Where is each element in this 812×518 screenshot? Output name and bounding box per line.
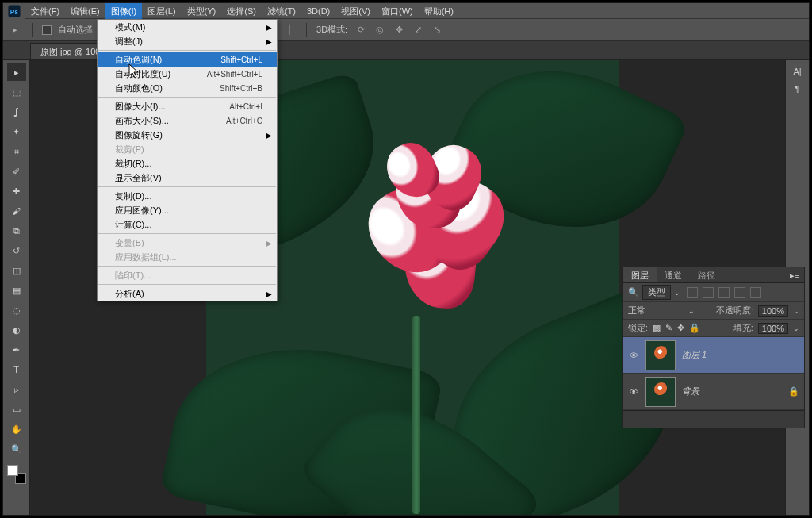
layer-thumb <box>645 340 676 370</box>
tool-move[interactable]: ▸ <box>7 63 26 81</box>
tool-path[interactable]: ▹ <box>7 381 26 398</box>
submenu-arrow-icon: ▶ <box>266 131 272 140</box>
autoselect-label: 自动选择: <box>58 24 95 36</box>
filter-pixel-icon[interactable] <box>687 287 698 298</box>
menu-item[interactable]: 计算(C)... <box>98 217 277 232</box>
tool-history[interactable]: ↺ <box>7 242 26 259</box>
lock-paint-icon[interactable]: ✎ <box>665 323 672 333</box>
separator <box>32 23 33 37</box>
submenu-arrow-icon: ▶ <box>266 37 272 46</box>
submenu-arrow-icon: ▶ <box>266 23 272 32</box>
menu-type[interactable]: 类型(Y) <box>182 3 222 19</box>
layer-name[interactable]: 背景 <box>682 386 782 397</box>
layer-name[interactable]: 图层 1 <box>682 349 782 361</box>
lock-label: 锁定: <box>628 322 648 334</box>
panel-tab-layers[interactable]: 图层 <box>623 267 657 282</box>
mode3d-icon[interactable]: ⤡ <box>430 23 444 37</box>
menu-item[interactable]: 自动对比度(U)Alt+Shift+Ctrl+L <box>98 67 277 81</box>
menu-item[interactable]: 显示全部(V) <box>98 171 277 185</box>
lock-trans-icon[interactable]: ▩ <box>653 323 661 333</box>
menu-item: 裁剪(P) <box>98 142 277 156</box>
visibility-eye-icon[interactable]: 👁 <box>628 351 639 360</box>
menu-item[interactable]: 调整(J)▶ <box>98 34 277 48</box>
lock-move-icon[interactable]: ✥ <box>677 323 684 333</box>
mode3d-icon[interactable]: ◎ <box>373 23 387 37</box>
filter-type-icon[interactable] <box>718 287 730 298</box>
panel-tab-paths[interactable]: 路径 <box>690 267 723 282</box>
panel-menu-icon[interactable]: ▸≡ <box>785 267 804 282</box>
tool-eyedrop[interactable]: ✐ <box>7 163 26 180</box>
tool-shape[interactable]: ▭ <box>7 401 26 418</box>
menu-3d[interactable]: 3D(D) <box>301 3 335 19</box>
autoselect-checkbox[interactable] <box>42 25 52 35</box>
submenu-arrow-icon: ▶ <box>266 239 272 247</box>
opacity-value[interactable]: 100% <box>758 305 788 317</box>
menu-item[interactable]: 应用图像(Y)... <box>98 203 277 217</box>
menu-item[interactable]: 图像旋转(G)▶ <box>98 128 277 142</box>
layer-thumb <box>645 377 676 407</box>
tool-hand[interactable]: ✋ <box>7 420 26 438</box>
filter-adjust-icon[interactable] <box>703 287 714 298</box>
menubar: Ps 文件(F) 编辑(E) 图像(I) 图层(L) 类型(Y) 选择(S) 滤… <box>3 3 809 19</box>
paragraph-panel-icon[interactable]: ¶ <box>795 84 800 94</box>
separator <box>306 23 307 37</box>
move-tool-icon: ▸ <box>8 23 22 37</box>
panel-tab-channels[interactable]: 通道 <box>657 267 690 282</box>
menu-item[interactable]: 自动色调(N)Shift+Ctrl+L <box>98 52 277 67</box>
tool-lasso[interactable]: ʆ <box>7 103 26 121</box>
tool-crop[interactable]: ⌗ <box>7 143 26 160</box>
menu-item[interactable]: 模式(M)▶ <box>98 20 277 34</box>
menu-image[interactable]: 图像(I) <box>105 3 142 19</box>
mode3d-icon[interactable]: ⤢ <box>411 23 425 37</box>
tool-pen[interactable]: ✒ <box>7 341 26 359</box>
mode3d-icon[interactable]: ⟳ <box>354 23 368 37</box>
menu-item[interactable]: 裁切(R)... <box>98 156 277 171</box>
menu-filter[interactable]: 滤镜(T) <box>262 3 301 19</box>
tool-wand[interactable]: ✦ <box>7 123 26 140</box>
color-swatch[interactable] <box>7 465 26 484</box>
menu-item[interactable]: 自动颜色(O)Shift+Ctrl+B <box>98 81 277 95</box>
menu-item[interactable]: 复制(D)... <box>98 189 277 203</box>
fill-value[interactable]: 100% <box>758 323 788 334</box>
menu-edit[interactable]: 编辑(E) <box>65 3 105 19</box>
tool-heal[interactable]: ✚ <box>7 182 26 200</box>
filter-shape-icon[interactable] <box>734 287 745 298</box>
layer-filter-row: 🔍 类型 ⌄ <box>623 283 804 302</box>
menu-select[interactable]: 选择(S) <box>221 3 262 19</box>
layers-panel: 图层 通道 路径 ▸≡ 🔍 类型 ⌄ 正常 ⌄ 不透明度: 100% ⌄ 锁 <box>622 267 805 428</box>
filter-smart-icon[interactable] <box>750 287 761 298</box>
tool-gradient[interactable]: ▤ <box>7 282 26 299</box>
artwork-stem <box>412 316 420 514</box>
layer-row[interactable]: 👁背景🔒 <box>623 374 804 410</box>
menu-help[interactable]: 帮助(H) <box>419 3 459 19</box>
menu-item[interactable]: 图像大小(I)...Alt+Ctrl+I <box>98 99 277 113</box>
fg-color[interactable] <box>7 465 18 476</box>
mode3d-icon[interactable]: ✥ <box>392 23 406 37</box>
kind-icon[interactable]: 🔍 <box>628 287 639 297</box>
distribute-icon[interactable]: ⎮ <box>282 23 297 37</box>
tool-dodge[interactable]: ◐ <box>7 321 26 339</box>
menu-view[interactable]: 视图(V) <box>335 3 376 19</box>
tool-marquee-rect[interactable]: ⬚ <box>7 83 26 101</box>
menu-file[interactable]: 文件(F) <box>25 3 65 19</box>
lock-row: 锁定: ▩ ✎ ✥ 🔒 填充: 100% ⌄ <box>623 320 804 337</box>
tool-stamp[interactable]: ⧉ <box>7 222 26 240</box>
tool-type[interactable]: T <box>7 361 26 378</box>
layer-row[interactable]: 👁图层 1 <box>623 337 804 374</box>
tool-blur[interactable]: ◌ <box>7 301 26 319</box>
blend-mode-select[interactable]: 正常 <box>628 305 684 317</box>
character-panel-icon[interactable]: A| <box>793 67 801 76</box>
menu-item[interactable]: 画布大小(S)...Alt+Ctrl+C <box>98 113 277 128</box>
menu-item: 陷印(T)... <box>98 268 277 282</box>
lock-all-icon[interactable]: 🔒 <box>689 323 700 333</box>
visibility-eye-icon[interactable]: 👁 <box>628 387 639 397</box>
tool-eraser[interactable]: ◫ <box>7 262 26 279</box>
menu-window[interactable]: 窗口(W) <box>376 3 419 19</box>
lock-icon: 🔒 <box>788 386 799 397</box>
kind-select[interactable]: 类型 <box>642 285 671 300</box>
tool-brush[interactable]: 🖌 <box>7 202 26 220</box>
menu-layer[interactable]: 图层(L) <box>142 3 181 19</box>
tool-zoom[interactable]: 🔍 <box>7 440 26 458</box>
toolbox: ▸⬚ʆ✦⌗✐✚🖌⧉↺◫▤◌◐✒T▹▭✋🔍 <box>3 60 30 515</box>
menu-item[interactable]: 分析(A)▶ <box>98 286 277 301</box>
